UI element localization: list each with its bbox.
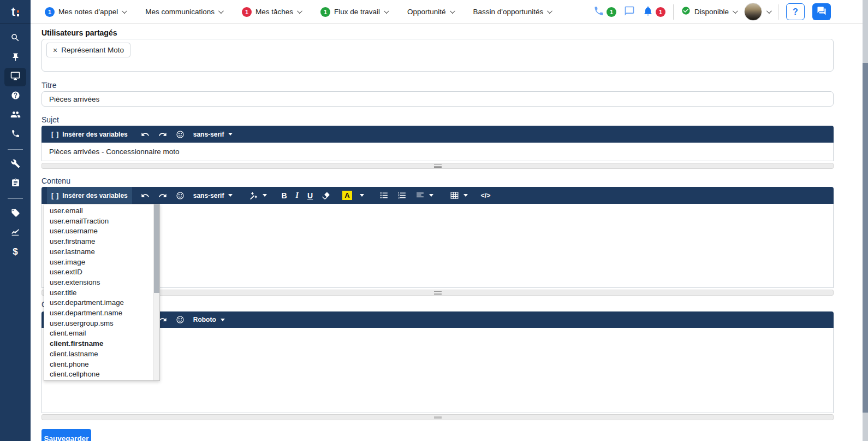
clear-format-button[interactable]	[317, 187, 335, 204]
variable-option[interactable]: client.phone	[44, 360, 153, 370]
align-dropdown[interactable]	[411, 187, 438, 204]
underline-button[interactable]: U	[303, 187, 317, 204]
dropdown-scrollbar-thumb[interactable]	[154, 204, 159, 293]
check-circle-icon	[681, 6, 691, 17]
content-toolbar: [ ] Insérer des variables sans-serif B	[41, 187, 834, 204]
sidebar-item-tags[interactable]	[4, 204, 26, 223]
emoji-button[interactable]	[171, 187, 189, 204]
remove-chip-icon[interactable]: ×	[53, 46, 57, 54]
resize-handle[interactable]	[41, 290, 834, 296]
variable-option[interactable]: user.department.name	[44, 308, 153, 319]
variable-option[interactable]: user.email	[44, 206, 153, 216]
sms-editor-body[interactable]	[41, 328, 834, 413]
topbar-actions: 1 1 Disponible ?	[593, 3, 855, 21]
sidebar-item-search[interactable]	[4, 30, 26, 48]
nav-bassin-opportunites[interactable]: Bassin d'opportunités	[473, 8, 551, 16]
insert-variables-button[interactable]: [ ] Insérer des variables	[47, 126, 132, 143]
variable-option[interactable]: user.firstname	[44, 237, 153, 247]
sidebar-item-users[interactable]	[4, 106, 26, 125]
align-icon	[415, 191, 425, 200]
font-family-dropdown[interactable]: Roboto	[189, 311, 229, 328]
sidebar-item-pinned[interactable]	[4, 49, 26, 67]
font-family-dropdown[interactable]: sans-serif	[189, 126, 237, 143]
tag-icon	[11, 208, 20, 220]
variable-option[interactable]: user.emailTraction	[44, 216, 153, 227]
undo-button[interactable]	[136, 126, 154, 143]
caret-down-icon	[228, 133, 233, 136]
sidebar-item-billing[interactable]: $	[4, 243, 26, 261]
shared-users-field[interactable]: × Représentant Moto	[41, 39, 834, 72]
numbered-list-button[interactable]	[393, 187, 411, 204]
availability-dropdown[interactable]: Disponible	[681, 6, 736, 17]
app-logo[interactable]: t	[0, 0, 31, 24]
sidebar-item-phone[interactable]	[4, 125, 26, 144]
user-menu[interactable]	[744, 3, 770, 21]
chevron-down-icon	[384, 8, 389, 14]
magic-wand-icon	[249, 191, 258, 200]
variable-option[interactable]: client.cellphone	[44, 369, 153, 380]
notifications-button[interactable]: 1	[643, 5, 665, 19]
font-family-dropdown[interactable]: sans-serif	[189, 187, 237, 204]
variable-option[interactable]: client.email	[44, 328, 153, 339]
variable-option[interactable]: client.firstname	[44, 339, 153, 349]
dropdown-scrollbar[interactable]	[153, 204, 159, 380]
sidebar-item-help[interactable]	[4, 87, 26, 105]
variable-option[interactable]: user.image	[44, 257, 153, 268]
variable-option[interactable]: user.department.image	[44, 298, 153, 308]
sidebar-item-screen[interactable]	[4, 68, 26, 86]
subject-toolbar: [ ] Insérer des variables sans-serif	[41, 126, 834, 143]
nav-opportunite[interactable]: Opportunité	[407, 8, 454, 16]
variable-option[interactable]: client.lastname	[44, 349, 153, 360]
code-view-button[interactable]: </>	[477, 187, 495, 204]
sidebar-item-reports[interactable]	[4, 224, 26, 242]
nav-mes-notes-appel[interactable]: 1 Mes notes d'appel	[45, 7, 126, 17]
numbered-list-icon	[397, 191, 407, 200]
bullet-list-button[interactable]	[375, 187, 393, 204]
grip-icon	[434, 416, 442, 419]
italic-button[interactable]: I	[292, 187, 303, 204]
magic-style-dropdown[interactable]	[245, 187, 271, 204]
subject-label: Sujet	[41, 115, 834, 124]
sidebar-item-settings[interactable]	[4, 155, 26, 174]
title-input[interactable]: Pièces arrivées	[41, 91, 834, 107]
logo-dots	[17, 7, 19, 16]
resize-handle[interactable]	[41, 414, 834, 420]
top-navigation: 1 Mes notes d'appel Mes communications 1…	[31, 0, 863, 24]
page-scrollbar-thumb[interactable]	[863, 63, 868, 413]
undo-button[interactable]	[136, 187, 154, 204]
help-button[interactable]: ?	[786, 3, 805, 20]
phone-icon	[11, 129, 20, 140]
calls-button[interactable]: 1	[593, 5, 616, 19]
variable-option[interactable]: user.lastname	[44, 247, 153, 257]
redo-button[interactable]	[154, 187, 171, 204]
emoji-button[interactable]	[171, 126, 189, 143]
users-icon	[10, 109, 21, 122]
variable-option[interactable]: user.extensions	[44, 278, 153, 288]
chat-panel-button[interactable]	[812, 3, 831, 20]
nav-flux-de-travail[interactable]: 1 Flux de travail	[320, 7, 388, 17]
content-editor-body[interactable]	[41, 204, 834, 288]
nav-mes-communications[interactable]: Mes communications	[145, 8, 222, 16]
sidebar-item-tasks[interactable]	[4, 174, 26, 193]
variable-option[interactable]: user.username	[44, 226, 153, 237]
messages-button[interactable]	[624, 5, 635, 19]
variable-option[interactable]: user.extID	[44, 267, 153, 278]
text-color-dropdown[interactable]: A	[338, 187, 368, 204]
variables-dropdown: user.emailuser.emailTractionuser.usernam…	[44, 204, 160, 381]
table-dropdown[interactable]	[445, 187, 472, 204]
variable-option[interactable]: user.usergroup.sms	[44, 319, 153, 329]
nav-mes-taches[interactable]: 1 Mes tâches	[242, 7, 301, 17]
variable-option[interactable]: user.title	[44, 288, 153, 298]
count-badge: 1	[656, 7, 665, 17]
resize-handle[interactable]	[41, 163, 834, 169]
bold-button[interactable]: B	[277, 187, 291, 204]
emoji-button[interactable]	[171, 311, 189, 328]
insert-variables-button[interactable]: [ ] Insérer des variables	[47, 187, 132, 204]
shared-user-chip[interactable]: × Représentant Moto	[46, 43, 130, 57]
highlight-color-icon: A	[342, 191, 352, 201]
save-button[interactable]: Sauvegarder	[41, 429, 91, 441]
subject-editor-body[interactable]: Pièces arrivées - Concessionnaire moto	[41, 143, 834, 161]
page-scrollbar[interactable]	[863, 0, 868, 441]
subject-editor: [ ] Insérer des variables sans-serif Piè…	[41, 126, 834, 161]
redo-button[interactable]	[154, 126, 171, 143]
